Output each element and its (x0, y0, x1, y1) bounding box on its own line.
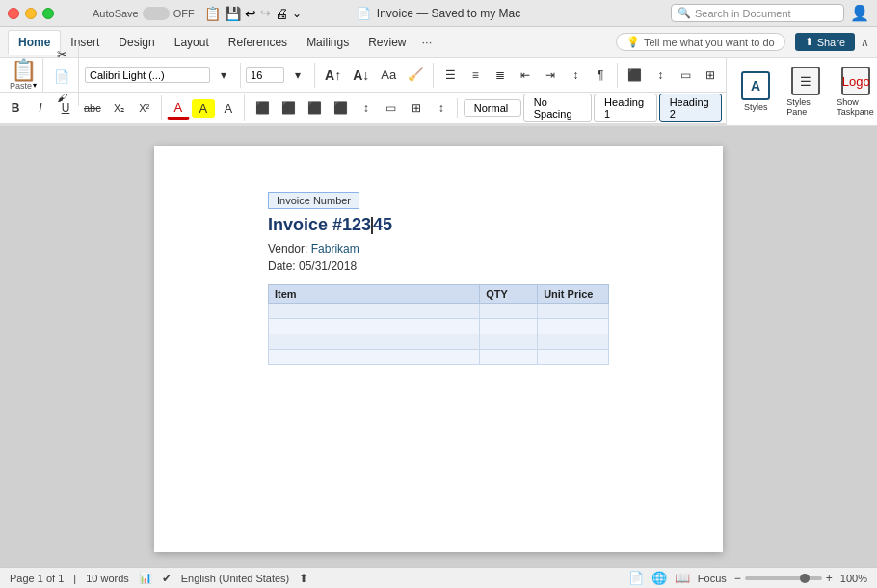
maximize-button[interactable] (42, 8, 54, 19)
view-icon-read[interactable]: 📖 (675, 571, 690, 585)
paste-icon: 📋 (11, 60, 37, 81)
grow-font-button[interactable]: A↑ (320, 65, 346, 86)
zoom-slider[interactable] (745, 576, 822, 580)
focus-label[interactable]: Focus (698, 573, 727, 584)
change-case-button[interactable]: Aa (376, 65, 401, 85)
numbering-button[interactable]: ≡ (464, 66, 487, 85)
superscript-button[interactable]: X² (133, 99, 156, 117)
tab-design[interactable]: Design (109, 31, 164, 54)
traffic-lights (8, 8, 54, 19)
bullets-button[interactable]: ☰ (438, 66, 462, 85)
italic-button[interactable]: I (29, 98, 52, 118)
ribbon-area: Home Insert Design Layout References Mai… (0, 27, 877, 126)
show-taskpane-button[interactable]: Logo Show Taskpane (831, 65, 877, 119)
tabs-more[interactable]: ··· (416, 30, 438, 54)
tab-review[interactable]: Review (359, 31, 415, 54)
line-spacing2-button[interactable]: ↕ (355, 98, 378, 118)
font-size-dropdown-button[interactable]: ▾ (286, 66, 309, 85)
multilevel-list-button[interactable]: ≣ (489, 66, 512, 85)
paste-block[interactable]: 📋 Paste ▾ (4, 58, 43, 93)
text-highlight-button[interactable]: A (192, 99, 215, 118)
decrease-indent-button[interactable]: ⇤ (514, 66, 537, 85)
font-dropdown-button[interactable]: ▾ (212, 66, 235, 85)
zoom-out-icon[interactable]: − (734, 572, 741, 585)
clear-formatting-button[interactable]: 🧹 (403, 65, 428, 85)
undo-icon[interactable]: ↩ (245, 6, 256, 21)
proofing-icon[interactable]: ✔ (162, 572, 172, 585)
font-color-button[interactable]: A (167, 97, 190, 120)
word-count-icon[interactable]: 📊 (139, 572, 152, 584)
show-paragraph-button[interactable]: ¶ (589, 66, 612, 85)
sort2-button[interactable]: ↕ (430, 98, 453, 118)
search-icon: 🔍 (678, 7, 691, 19)
col-qty: QTY (480, 285, 538, 304)
ribbon-expand-icon[interactable]: ∧ (861, 36, 869, 49)
font-size-input[interactable] (246, 67, 284, 83)
print-icon[interactable]: 🖨 (275, 6, 288, 21)
styles-preview4[interactable]: Heading 2 (659, 94, 723, 122)
zoom-in-icon[interactable]: + (826, 572, 833, 585)
view-icon-print[interactable]: 📄 (628, 571, 644, 585)
copy-button[interactable]: 📄 (49, 67, 74, 87)
account-icon[interactable]: 👤 (850, 4, 869, 22)
close-button[interactable] (8, 8, 19, 19)
styles-preview2[interactable]: No Spacing (523, 94, 592, 122)
shading-button[interactable]: ▭ (674, 66, 697, 85)
save-icon[interactable]: 💾 (225, 6, 241, 21)
new-doc-icon[interactable]: 📋 (204, 6, 221, 21)
tab-mailings[interactable]: Mailings (297, 31, 359, 54)
styles-preview3[interactable]: Heading 1 (594, 94, 657, 122)
invoice-text-part1: Invoice #123 (268, 215, 371, 234)
cut-button[interactable]: ✂ (49, 44, 74, 65)
share-button[interactable]: ⬆ Share (795, 33, 855, 51)
language[interactable]: English (United States) (181, 573, 290, 584)
borders-button[interactable]: ⊞ (699, 66, 722, 85)
tell-me-box[interactable]: 💡 Tell me what you want to do (616, 33, 785, 51)
more-tools-icon[interactable]: ⌄ (292, 7, 302, 20)
bold-button[interactable]: B (4, 98, 27, 118)
font-format-group: B I U abc X₂ X² A A A (4, 94, 245, 121)
font-name-input[interactable] (85, 67, 210, 83)
styles-pane-icon: ☰ (791, 67, 820, 95)
align-left2-button[interactable]: ⬛ (251, 98, 275, 118)
sort-button[interactable]: ↕ (564, 66, 587, 85)
vendor-name[interactable]: Fabrikam (311, 242, 359, 255)
align-center-button[interactable]: ⬛ (277, 98, 301, 118)
content-label-box: Invoice Number (268, 192, 359, 209)
justify-button[interactable]: ⬛ (329, 98, 353, 118)
border2-button[interactable]: ⊞ (405, 98, 428, 118)
align-right-button[interactable]: ⬛ (303, 98, 327, 118)
invoice-heading[interactable]: Invoice #12345 (268, 215, 392, 235)
shrink-font-button[interactable]: A↓ (348, 65, 374, 86)
upload-icon[interactable]: ⬆ (299, 572, 308, 585)
strikethrough-button[interactable]: abc (79, 99, 106, 117)
search-box[interactable]: 🔍 Search in Document (671, 4, 844, 22)
word-count: 10 words (86, 573, 129, 584)
shading2-button[interactable]: ▭ (380, 98, 403, 118)
content-label-text: Invoice Number (277, 195, 351, 206)
view-icon-web[interactable]: 🌐 (651, 571, 667, 585)
tab-references[interactable]: References (219, 31, 297, 54)
styles-button[interactable]: A Styles (731, 69, 781, 114)
styles-pane-button[interactable]: ☰ Styles Pane (781, 65, 831, 119)
date-line: Date: 05/31/2018 (268, 259, 357, 273)
status-sep: | (73, 573, 76, 584)
align-left-button[interactable]: ⬛ (623, 66, 647, 85)
tab-layout[interactable]: Layout (165, 31, 219, 54)
redo-icon[interactable]: ↪ (260, 6, 271, 20)
line-spacing-button[interactable]: ↕ (649, 66, 672, 85)
show-taskpane-label: Show Taskpane (837, 97, 875, 117)
underline-button[interactable]: U (54, 98, 77, 118)
minimize-button[interactable] (25, 8, 37, 19)
document-page[interactable]: Invoice Number Invoice #12345 Vendor: Fa… (154, 146, 723, 552)
subscript-button[interactable]: X₂ (108, 99, 131, 118)
autosave-state: OFF (173, 8, 195, 19)
increase-indent-button[interactable]: ⇥ (539, 66, 562, 85)
table-row (269, 350, 609, 365)
ribbon-body: 📋 Paste ▾ ✂ 📄 🖌 ▾ ▾ (0, 58, 877, 126)
font-color2-button[interactable]: A (217, 98, 240, 119)
invoice-table: Item QTY Unit Price (268, 284, 609, 365)
styles-preview[interactable]: Normal (464, 99, 521, 117)
autosave-toggle[interactable] (143, 7, 170, 20)
zoom-level[interactable]: 100% (840, 573, 867, 584)
